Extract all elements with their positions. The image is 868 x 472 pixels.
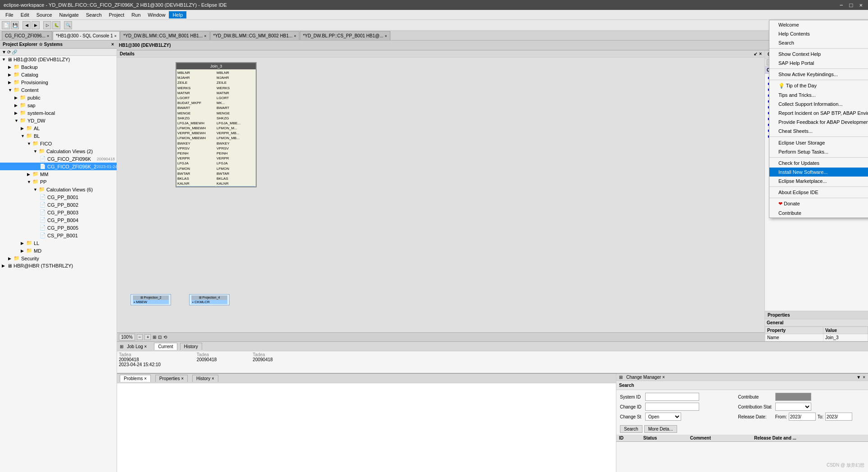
menu-item-check-updates[interactable]: Check for Updates [769, 159, 868, 168]
tab-properties[interactable]: Properties × [155, 375, 188, 382]
toolbar-new[interactable]: 📄 [2, 21, 10, 29]
tree-security[interactable]: ▶ 📁 Security [0, 254, 117, 262]
contrib-stat-select[interactable] [775, 403, 811, 411]
tab-history[interactable]: History × [192, 375, 218, 382]
tree-ll[interactable]: ▶ 📁 LL [0, 239, 117, 247]
tree-cg-pp-b003[interactable]: 📄 CG_PP_B003 [0, 209, 117, 216]
menu-item-contribute[interactable]: Contribute [769, 209, 868, 218]
change-st-select[interactable]: Open [645, 413, 681, 421]
tree-hbr[interactable]: ▶ 🖥 HBR@HBR (TSTHBRLZY) [0, 262, 117, 269]
tree-cg-pp-b004[interactable]: 📄 CG_PP_B004 [0, 216, 117, 224]
menu-navigate[interactable]: Navigate [56, 11, 82, 18]
tree-cg-fico-zfi096k-2[interactable]: 📄 CG_FICO_ZFI096K_2 2023-01-24 [0, 163, 117, 170]
projection-right[interactable]: ⊞ Projection_4 • CKMLCR [189, 294, 230, 305]
menu-item-tips-tricks[interactable]: Tips and Tricks... [769, 91, 868, 100]
menu-item-donate[interactable]: ❤ Donate [769, 199, 868, 209]
menu-item-tip-of-day[interactable]: 💡 Tip of the Day [769, 81, 868, 91]
toolbar-run[interactable]: ▷ [43, 21, 51, 29]
menu-item-show-keybindings[interactable]: Show Active Keybindings... Ctrl+Shift+L [769, 70, 868, 79]
tree-al[interactable]: ▶ 📁 AL [0, 124, 117, 132]
tab-close-hb1[interactable]: × [114, 34, 117, 38]
tab-yd-dw-pp[interactable]: *YD_DW.BL.PP::CS_PP_B001 HB1@... × [300, 31, 390, 40]
menu-item-provide-feedback[interactable]: Provide Feedback for ABAP Development To… [769, 118, 868, 127]
menu-item-eclipse-user-storage[interactable]: Eclipse User Storage ▶ [769, 138, 868, 147]
toolbar-back[interactable]: ◀ [23, 21, 31, 29]
tree-root[interactable]: ▼ 🖥 HB1@300 (DEVHB1LZY) [0, 56, 117, 63]
tree-sap[interactable]: ▶ 📁 sap [0, 101, 117, 109]
tree-cg-pp-b005[interactable]: 📄 CG_PP_B005 [0, 224, 117, 231]
tab-hb1-sql[interactable]: *HB1@300 - SQL Console 1 × [53, 31, 120, 40]
menu-item-cheat-sheets[interactable]: Cheat Sheets... [769, 127, 868, 136]
menu-source[interactable]: Source [33, 11, 56, 18]
tab-close-mm2[interactable]: × [294, 34, 296, 38]
menu-item-sap-help-portal[interactable]: SAP Help Portal [769, 59, 868, 68]
menu-item-report-incident[interactable]: Report Incident on SAP BTP, ABAP Environ… [769, 109, 868, 118]
menu-item-perform-setup[interactable]: Perform Setup Tasks... [769, 147, 868, 156]
tab-close-pp[interactable]: × [385, 34, 387, 38]
menu-search[interactable]: Search [82, 11, 105, 18]
menu-item-welcome[interactable]: Welcome [769, 20, 868, 29]
toolbar-forward[interactable]: ▶ [32, 21, 40, 29]
maximize-btn[interactable]: □ [848, 2, 855, 9]
release-date-from[interactable] [789, 413, 816, 421]
tab-current[interactable]: Current [154, 343, 177, 350]
join-box[interactable]: Join_3 MBLNR MJAHR ZEILE WERKS MATNR LGO… [176, 62, 257, 187]
tree-cs-pp-b001[interactable]: 📄 CS_PP_B001 [0, 231, 117, 239]
tree-public[interactable]: ▶ 📁 public [0, 94, 117, 101]
toolbar-search[interactable]: 🔍 [64, 21, 72, 29]
tab-problems[interactable]: Problems × [120, 375, 151, 382]
menu-window[interactable]: Window [144, 11, 169, 18]
menu-file[interactable]: File [2, 11, 17, 18]
tab-yd-dw-mm2[interactable]: *YD_DW.BL.MM::CG_MM_B002 HB1... × [210, 31, 299, 40]
toolbar-debug[interactable]: 🐛 [52, 21, 60, 29]
file-icon: 📄 [40, 232, 46, 238]
menu-item-about[interactable]: About Eclipse IDE [769, 188, 868, 197]
tree-calc-views-6[interactable]: ▼ 📁 Calculation Views (6) [0, 186, 117, 193]
tab-fico-zfi096[interactable]: CG_FICO_ZFI096... × [2, 31, 52, 40]
menu-run[interactable]: Run [128, 11, 144, 18]
menu-item-install-new-software[interactable]: Install New Software... [769, 168, 868, 177]
tree-content[interactable]: ▼ 📁 Content [0, 86, 117, 94]
tree-fico[interactable]: ▼ 📁 FICO [0, 140, 117, 147]
tree-provisioning[interactable]: ▶ 📁 Provisioning [0, 78, 117, 86]
tree-backup[interactable]: ▶ 📁 Backup [0, 63, 117, 71]
toolbar-save[interactable]: 💾 [11, 21, 19, 29]
menu-item-help-contents[interactable]: Help Contents [769, 29, 868, 38]
tree-mm[interactable]: ▶ 📁 MM [0, 170, 117, 178]
projection-left[interactable]: ⊞ Projection_2 • MBEW [131, 294, 171, 305]
menu-item-search[interactable]: Search [769, 38, 868, 47]
tree-md[interactable]: ▶ 📁 MD [0, 247, 117, 254]
more-details-btn[interactable]: More Deta... [644, 425, 677, 433]
menu-item-eclipse-marketplace[interactable]: Eclipse Marketplace... [769, 177, 868, 186]
tree-bl[interactable]: ▼ 📁 BL [0, 132, 117, 140]
menu-project[interactable]: Project [105, 11, 128, 18]
contribute-input[interactable] [775, 393, 811, 401]
tree-cg-pp-b002[interactable]: 📄 CG_PP_B002 [0, 201, 117, 209]
folder-icon: 📁 [20, 95, 26, 100]
change-manager-header: ⊞ Change Manager × ▼ × [616, 374, 868, 381]
tab-yd-dw-mm[interactable]: *YD_DW.BL.MM::CG_MM_B001 HB1... × [120, 31, 209, 40]
tab-history[interactable]: History [180, 343, 202, 350]
menu-item-show-context-help[interactable]: Show Context Help [769, 50, 868, 59]
minimize-btn[interactable]: − [838, 2, 845, 9]
tree-cg-pp-b001[interactable]: 📄 CG_PP_B001 [0, 193, 117, 201]
tree-catalog[interactable]: ▶ 📁 Catalog [0, 71, 117, 78]
system-id-input[interactable] [645, 393, 699, 401]
tree-system-local[interactable]: ▶ 📁 system-local [0, 109, 117, 117]
release-date-to[interactable] [825, 413, 852, 421]
change-id-input[interactable] [645, 403, 699, 411]
tree-cg-fico-zfi096k[interactable]: 📄 CG_FICO_ZFI096K 20090418 [0, 155, 117, 163]
menu-help[interactable]: Help [169, 11, 186, 18]
menu-edit[interactable]: Edit [17, 11, 33, 18]
tree-pp[interactable]: ▼ 📁 PP [0, 178, 117, 186]
menu-item-collect-support[interactable]: Collect Support Information... [769, 100, 868, 109]
tab-close-fico[interactable]: × [47, 34, 49, 38]
close-btn[interactable]: × [857, 2, 864, 9]
tab-close-mm[interactable]: × [204, 34, 206, 38]
tree-yd-dw[interactable]: ▼ 📁 YD_DW [0, 117, 117, 124]
job-log-panel: ⊞ Job Log × Current History Tadea 200904… [117, 341, 868, 373]
console-header: HB1@300 (DEVHB1LZY) ⟳ ⊞ ▼ [117, 41, 868, 50]
editor-tab-bar: CG_FICO_ZFI096... × *HB1@300 - SQL Conso… [0, 31, 868, 41]
tree-calc-views-2[interactable]: ▼ 📁 Calculation Views (2) [0, 147, 117, 155]
search-btn[interactable]: Search [620, 425, 642, 433]
